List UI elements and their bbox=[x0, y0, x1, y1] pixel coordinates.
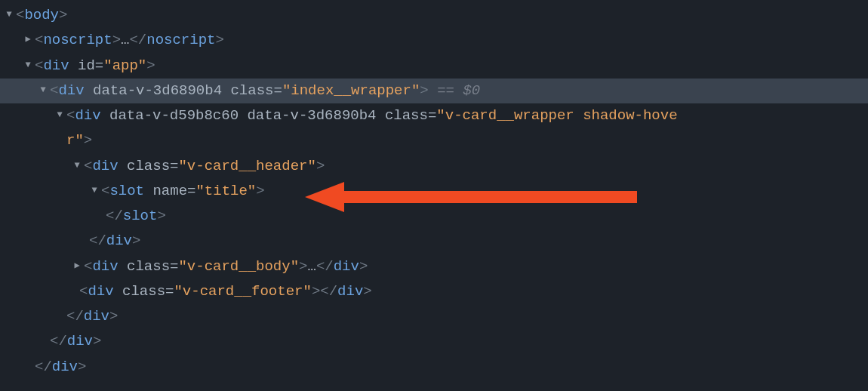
dom-node-div-vcard-header[interactable]: ▼ <div class="v-card__header"> bbox=[0, 154, 868, 179]
disclosure-triangle-icon[interactable]: ▼ bbox=[54, 107, 65, 123]
disclosure-triangle-icon[interactable]: ▼ bbox=[89, 183, 100, 199]
dom-node-div-index-wrapper[interactable]: ▼ <div data-v-3d6890b4 class="index__wra… bbox=[0, 79, 868, 103]
dom-node-body[interactable]: ▼ <body> bbox=[0, 3, 868, 28]
disclosure-triangle-icon[interactable]: ▼ bbox=[4, 7, 14, 23]
disclosure-triangle-icon[interactable]: ▶ bbox=[23, 32, 33, 48]
dom-node-app-close[interactable]: ▼ </div> bbox=[0, 355, 868, 380]
dom-node-div-vcard-wrapper[interactable]: ▼ <div data-v-d59b8c60 data-v-3d6890b4 c… bbox=[0, 103, 868, 128]
dom-node-noscript[interactable]: ▶ <noscript>…</noscript> bbox=[0, 28, 868, 53]
dom-node-wrapper-close[interactable]: ▼ </div> bbox=[0, 329, 868, 354]
dom-node-div-vcard-footer[interactable]: <div class="v-card__footer"></div> bbox=[0, 279, 868, 304]
selected-marker: == $0 bbox=[437, 79, 480, 103]
disclosure-triangle-icon[interactable]: ▼ bbox=[23, 57, 33, 73]
dom-node-div-vcard-body[interactable]: ▶ <div class="v-card__body">…</div> bbox=[0, 254, 868, 279]
dom-node-div-app[interactable]: ▼ <div id="app"> bbox=[0, 54, 868, 79]
dom-node-slot-close[interactable]: </slot> bbox=[0, 204, 868, 229]
disclosure-triangle-icon[interactable]: ▼ bbox=[72, 158, 82, 174]
dom-node-header-close[interactable]: </div> bbox=[0, 229, 868, 254]
disclosure-triangle-icon[interactable]: ▼ bbox=[38, 82, 48, 98]
dom-node-div-vcard-wrapper-cont[interactable]: ▼ r"> bbox=[0, 128, 868, 153]
disclosure-triangle-icon[interactable]: ▶ bbox=[72, 258, 82, 274]
dom-node-card-close[interactable]: ▼ </div> bbox=[0, 304, 868, 329]
dom-node-slot-title[interactable]: ▼ <slot name="title"> bbox=[0, 179, 868, 204]
